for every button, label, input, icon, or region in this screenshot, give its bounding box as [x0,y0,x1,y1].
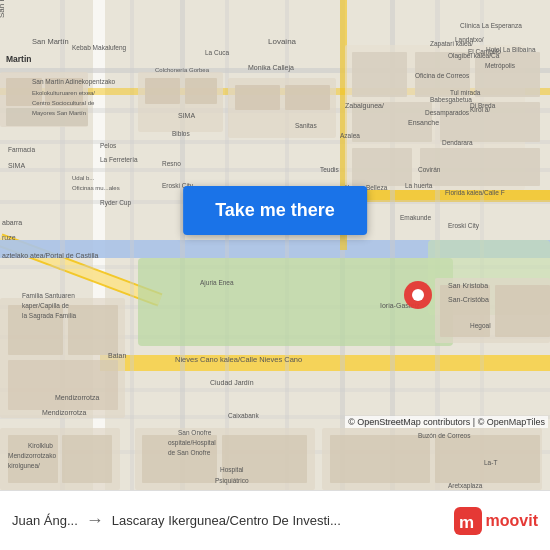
svg-text:Caixabank: Caixabank [228,412,259,419]
svg-text:de San Onofre: de San Onofre [168,449,211,456]
map-area: San PE Martin San Martín San Martín Adin… [0,0,550,490]
svg-text:Ajuria Enea: Ajuria Enea [200,279,234,287]
svg-text:Mendizorrotza: Mendizorrotza [55,394,99,401]
svg-text:Monika Calleja: Monika Calleja [248,64,294,72]
moovit-branding: m moovit [454,507,538,535]
svg-text:Farmacia: Farmacia [8,146,35,153]
route-from-label: Juan Áng... [12,513,78,528]
svg-text:Buzón de Correos: Buzón de Correos [418,432,471,439]
take-me-there-button[interactable]: Take me there [183,186,367,235]
svg-text:Eroski City: Eroski City [448,222,480,230]
svg-rect-20 [130,0,134,490]
svg-text:Familia Santuaren: Familia Santuaren [22,292,75,299]
svg-text:Kirolklub: Kirolklub [28,442,53,449]
svg-text:Mendizorrotza: Mendizorrotza [42,409,86,416]
svg-text:Zapatari kalea/: Zapatari kalea/ [430,40,473,48]
svg-text:Oficinas mu...ales: Oficinas mu...ales [72,185,120,191]
svg-text:La Cuca: La Cuca [205,49,230,56]
svg-text:Hospital: Hospital [220,466,244,474]
svg-text:Biblos: Biblos [172,130,190,137]
svg-rect-38 [185,78,217,104]
svg-text:San Martín Adinekopentzako: San Martín Adinekopentzako [32,78,115,86]
moovit-text: moovit [486,512,538,530]
svg-point-146 [412,289,424,301]
svg-text:Oficina de Correos: Oficina de Correos [415,72,470,79]
svg-text:Ryder Cup: Ryder Cup [100,199,131,207]
svg-text:Batan: Batan [108,352,126,359]
svg-text:Aretxaplaza: Aretxaplaza [448,482,483,490]
svg-rect-23 [285,0,289,490]
svg-text:Ciudad Jardín: Ciudad Jardín [210,379,254,386]
bottom-bar: Juan Áng... → Lascaray Ikergunea/Centro … [0,490,550,550]
svg-text:Ekolokulturuaren etxea/: Ekolokulturuaren etxea/ [32,90,95,96]
svg-text:Dendarara: Dendarara [442,139,473,146]
svg-text:Kebab Makalufeng: Kebab Makalufeng [72,44,127,52]
svg-text:Hegoal: Hegoal [470,322,491,330]
svg-text:la Sagrada Familia: la Sagrada Familia [22,312,77,320]
svg-rect-40 [235,85,280,110]
svg-text:La Ferretería: La Ferretería [100,156,138,163]
svg-text:San PE: San PE [0,0,6,18]
svg-text:Florida kalea/Calle F: Florida kalea/Calle F [445,189,505,196]
svg-text:Centro Sociocultural de: Centro Sociocultural de [32,100,95,106]
svg-text:San Onofre: San Onofre [178,429,212,436]
svg-text:Colchonería Gorbea: Colchonería Gorbea [155,67,210,73]
svg-text:La huerta: La huerta [405,182,433,189]
svg-rect-61 [62,435,112,483]
svg-text:kaper/Capilla de: kaper/Capilla de [22,302,69,310]
svg-text:Azalea: Azalea [340,132,360,139]
svg-text:Teudis: Teudis [320,166,340,173]
svg-rect-56 [495,285,550,337]
svg-text:Resno: Resno [162,160,181,167]
svg-text:Covirán: Covirán [418,166,441,173]
svg-text:Mendizorrotzako: Mendizorrotzako [8,452,56,459]
svg-rect-64 [330,435,430,483]
svg-text:Martin: Martin [6,54,32,64]
svg-text:Lovaina: Lovaina [268,37,297,46]
svg-rect-55 [440,285,490,337]
svg-text:Metrópolis: Metrópolis [485,62,516,70]
svg-text:Tul mirada: Tul mirada [450,89,481,96]
svg-text:SIMA: SIMA [8,162,25,169]
svg-text:aztelako atea/Portal de Castil: aztelako atea/Portal de Castilla [2,252,99,259]
svg-text:La-T: La-T [484,459,497,466]
map-attribution: © OpenStreetMap contributors | © OpenMap… [345,416,548,428]
route-arrow-icon: → [86,510,104,531]
svg-text:San Kristoba: San Kristoba [448,282,488,289]
svg-rect-63 [222,435,307,483]
svg-text:Nieves Cano kalea/Calle Nieves: Nieves Cano kalea/Calle Nieves Cano [175,355,302,364]
svg-text:m: m [459,513,474,532]
svg-rect-53 [8,360,118,410]
svg-text:Babesgabetua: Babesgabetua [430,96,472,104]
svg-text:Clínica La Esperanza: Clínica La Esperanza [460,22,522,30]
svg-text:Di Breda: Di Breda [470,102,496,109]
svg-text:SIMA: SIMA [178,112,195,119]
moovit-logo-icon: m [454,507,482,535]
svg-text:San-Cristóba: San-Cristóba [448,296,489,303]
svg-text:abarra: abarra [2,219,22,226]
svg-rect-48 [352,148,412,186]
svg-text:Psiquiátrico: Psiquiátrico [215,477,249,485]
svg-text:Zabalgunea/: Zabalgunea/ [345,102,384,110]
svg-text:Emakunde: Emakunde [400,214,431,221]
svg-text:Ensanche: Ensanche [408,119,439,126]
svg-rect-41 [285,85,330,110]
svg-text:ospitale/Hospital: ospitale/Hospital [168,439,216,447]
app-container: San PE Martin San Martín San Martín Adin… [0,0,550,550]
svg-rect-43 [352,52,407,97]
route-to-label: Lascaray Ikergunea/Centro De Investi... [112,513,446,528]
svg-text:Pelos: Pelos [100,142,117,149]
svg-rect-37 [145,78,180,104]
svg-text:Udal b...: Udal b... [72,175,95,181]
svg-text:ruze: ruze [2,234,16,241]
svg-text:Sanitas: Sanitas [295,122,317,129]
svg-text:Hotel La Bilbaína: Hotel La Bilbaína [486,46,536,53]
svg-text:Desamparados: Desamparados [425,109,470,117]
svg-text:Mayores San Martín: Mayores San Martín [32,110,86,116]
svg-text:kirolgunea/: kirolgunea/ [8,462,40,470]
svg-text:San Martín: San Martín [32,37,69,46]
